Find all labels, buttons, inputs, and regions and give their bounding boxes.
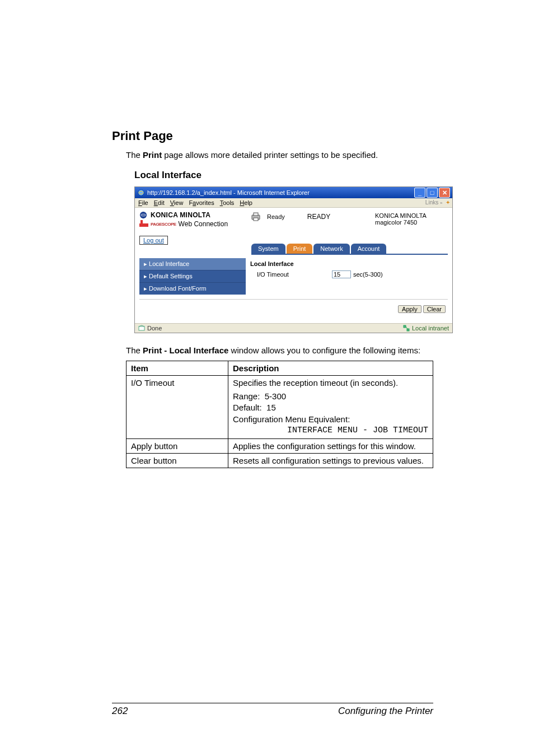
pagescope-text: PAGESCOPE (151, 222, 176, 227)
menu-bar: File Edit View Favorites Tools Help Link… (135, 198, 452, 208)
page-footer: 262 Configuring the Printer (112, 703, 433, 717)
cell-apply-desc: Applies the configuration settings for t… (228, 439, 433, 454)
section-heading: Print Page (112, 129, 433, 143)
svg-rect-7 (254, 218, 258, 221)
panel: Local Interface I/O Timeout sec(5-300) (246, 258, 448, 295)
device-model: magicolor 7450 (375, 219, 448, 226)
clear-button[interactable]: Clear (423, 305, 446, 313)
window-title: http://192.168.1.2/a_index.html - Micros… (147, 189, 310, 196)
button-row: Apply Clear (139, 299, 448, 319)
menu-help[interactable]: Help (240, 199, 252, 206)
window-titlebar: http://192.168.1.2/a_index.html - Micros… (135, 187, 452, 198)
th-item: Item (127, 361, 228, 376)
cell-clear-item: Clear button (127, 454, 228, 468)
caption-bold: Print - Local Interface (143, 346, 228, 355)
svg-rect-6 (254, 213, 258, 216)
statusbar-done-text: Done (147, 325, 162, 332)
web-connection-text: Web Connection (179, 220, 228, 228)
close-button[interactable]: ✕ (439, 188, 450, 198)
cell-apply-item: Apply button (127, 439, 228, 454)
apply-button[interactable]: Apply (398, 305, 421, 313)
menu-edit[interactable]: Edit (154, 199, 165, 206)
table-row: Apply button Applies the configuration s… (127, 439, 433, 454)
sidebar-item-default-settings[interactable]: ▸ Default Settings (139, 270, 246, 282)
io-timeout-unit: sec(5-300) (353, 271, 383, 278)
tab-system[interactable]: System (251, 244, 285, 254)
spec-table: Item Description I/O Timeout Specifies t… (126, 361, 433, 468)
intro-bold: Print (143, 150, 162, 160)
statusbar-zone-text: Local intranet (412, 325, 449, 332)
th-desc: Description (228, 361, 433, 376)
svg-point-0 (138, 190, 144, 196)
intro-text: The Print page allows more detailed prin… (126, 150, 433, 160)
sidebar-item-local-interface[interactable]: ▸ Local Interface (139, 258, 246, 270)
links-label[interactable]: Links » ✦ (425, 199, 450, 206)
window-controls: _ □ ✕ (414, 188, 450, 198)
tab-account[interactable]: Account (351, 244, 387, 254)
cell-io-desc: Specifies the reception timeout (in seco… (228, 376, 433, 439)
panel-title: Local Interface (250, 260, 443, 267)
io-timeout-input[interactable] (332, 270, 351, 278)
device-brand: KONICA MINOLTA (375, 212, 448, 219)
cell-io-item: I/O Timeout (127, 376, 228, 439)
device-info: KONICA MINOLTA magicolor 7450 (375, 212, 448, 226)
browser-statusbar: Done Local intranet (135, 323, 452, 333)
status-text-big: READY (307, 213, 330, 221)
tab-print[interactable]: Print (287, 244, 313, 254)
footer-label: Configuring the Printer (338, 706, 433, 717)
intranet-icon (403, 325, 410, 332)
done-icon (138, 325, 145, 332)
svg-rect-8 (139, 326, 144, 330)
table-row: I/O Timeout Specifies the reception time… (127, 376, 433, 439)
sidebar-item-download[interactable]: ▸ Download Font/Form (139, 282, 246, 295)
svg-rect-9 (404, 325, 406, 328)
brand-block: KONICA MINOLTA PAGESCOPE Web Connection … (139, 211, 246, 245)
ie-window: http://192.168.1.2/a_index.html - Micros… (134, 186, 453, 333)
ie-icon (137, 189, 145, 197)
table-row: Clear button Resets all configuration se… (127, 454, 433, 468)
page-number: 262 (112, 706, 128, 717)
io-timeout-label: I/O Timeout (257, 271, 330, 278)
konica-minolta-logo-icon (139, 211, 147, 219)
sub-heading: Local Interface (134, 170, 433, 181)
menu-favorites[interactable]: Favorites (189, 199, 214, 206)
caption-text: The Print - Local Interface window allow… (126, 346, 433, 355)
io-cfg-value: INTERFACE MENU - JOB TIMEOUT (233, 425, 428, 436)
menu-file[interactable]: File (138, 199, 148, 206)
logout-button[interactable]: Log out (139, 236, 168, 245)
io-desc-line1: Specifies the reception timeout (in seco… (233, 378, 428, 388)
sidebar: ▸ Local Interface ▸ Default Settings ▸ D… (139, 258, 246, 295)
menu-view[interactable]: View (170, 199, 184, 206)
menu-tools[interactable]: Tools (220, 199, 235, 206)
tab-network[interactable]: Network (313, 244, 349, 254)
status-text-small: Ready (267, 213, 285, 220)
brand-name: KONICA MINOLTA (151, 211, 210, 219)
maximize-button[interactable]: □ (427, 188, 438, 198)
cell-clear-desc: Resets all configuration settings to pre… (228, 454, 433, 468)
minimize-button[interactable]: _ (414, 188, 425, 198)
pagescope-icon (139, 220, 148, 228)
svg-rect-4 (140, 220, 143, 225)
tab-bar: System Print Network Account (251, 244, 448, 255)
printer-icon (250, 211, 261, 222)
